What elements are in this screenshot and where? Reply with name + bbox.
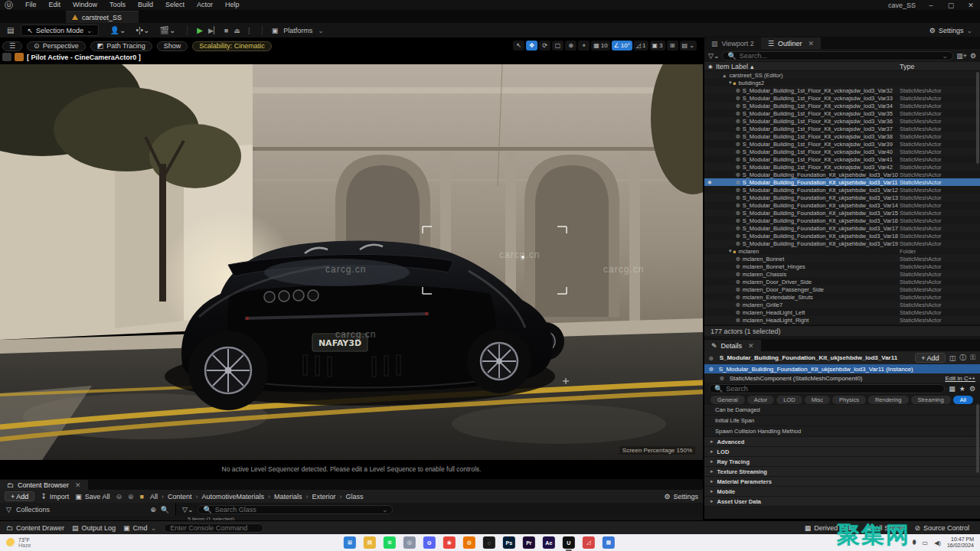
outliner-scrollbar[interactable] <box>976 72 979 164</box>
eject-button[interactable]: ⏏ <box>234 27 240 34</box>
browse-icon[interactable]: ◫ <box>949 354 956 362</box>
scalability-warning-pill[interactable]: Scalability: Cinematic <box>192 41 272 51</box>
category-mobile[interactable]: ▸Mobile <box>704 487 980 497</box>
close-tab-icon[interactable]: ✕ <box>808 40 814 47</box>
menu-item-file[interactable]: File <box>19 0 43 10</box>
frame-skip-button[interactable]: ▶▏ <box>208 27 219 34</box>
visibility-eye-icon[interactable]: ◉ <box>708 64 716 70</box>
breadcrumb-glass[interactable]: Glass <box>346 493 364 500</box>
breadcrumb-automotivematerials[interactable]: AutomotiveMaterials <box>201 493 264 500</box>
outliner-row[interactable]: ◍S_Modular_Building_1st_Floor_Kit_vcknaj… <box>704 94 980 102</box>
details-tab-actor[interactable]: Actor <box>747 396 775 404</box>
category-lod[interactable]: ▸LOD <box>704 447 980 457</box>
breadcrumb-exterior[interactable]: Exterior <box>312 493 336 500</box>
outliner-row[interactable]: ◍S_Modular_Building_Foundation_Kit_ukjse… <box>704 224 980 232</box>
outliner-row[interactable]: ◍S_Modular_Building_Foundation_Kit_ukjse… <box>704 217 980 224</box>
edit-in-cpp-link[interactable]: Edit in C++ <box>945 375 975 382</box>
after-effects-icon[interactable]: Ae <box>543 536 555 549</box>
details-component-row[interactable]: ◍ StaticMeshComponent (StaticMeshCompone… <box>704 373 980 383</box>
outliner-row[interactable]: ◍mclaren_Grille7StaticMeshActor <box>704 301 980 308</box>
outliner-row[interactable]: ◍S_Modular_Building_1st_Floor_Kit_vcknaj… <box>704 140 980 148</box>
category-advanced[interactable]: ▸Advanced <box>704 437 980 447</box>
close-button[interactable]: ✕ <box>966 2 975 9</box>
mic-icon[interactable]: ⬮ <box>913 539 916 546</box>
outliner-row[interactable]: ▾■mclarenFolder <box>704 247 980 255</box>
display-icon[interactable]: ▭ <box>923 540 929 546</box>
cinematics-icon[interactable]: 🎬⌄ <box>157 26 178 34</box>
outliner-row[interactable]: ◉◍S_Modular_Building_Foundation_Kit_ukjs… <box>704 178 980 186</box>
rotation-snap-toggle[interactable]: ∠10° <box>612 41 632 51</box>
outliner-row[interactable]: ◍S_Modular_Building_1st_Floor_Kit_vcknaj… <box>704 155 980 163</box>
view-mode-dropdown[interactable]: ◩Path Tracing <box>90 41 152 51</box>
add-component-button[interactable]: + Add <box>915 353 945 363</box>
category-asset-user-data[interactable]: ▸Asset User Data <box>704 497 980 507</box>
discord-icon[interactable]: ʘ <box>423 536 436 549</box>
details-tab-physics[interactable]: Physics <box>832 396 866 404</box>
nav-back-icon[interactable]: ⊖ <box>116 493 122 500</box>
spotify-icon[interactable]: ≋ <box>384 536 396 549</box>
scale-tool[interactable]: ▢ <box>552 41 564 51</box>
outliner-row[interactable]: ◍S_Modular_Building_Foundation_Kit_ukjse… <box>704 171 980 178</box>
outliner-row[interactable]: ◍S_Modular_Building_Foundation_Kit_ukjse… <box>704 201 980 209</box>
details-tab-misc[interactable]: Misc <box>805 396 830 404</box>
unreal-logo-icon[interactable]: U <box>5 1 13 9</box>
pilot-camera-icon[interactable] <box>15 53 24 61</box>
breadcrumb-content[interactable]: Content <box>168 493 192 500</box>
media-app-icon[interactable]: ◿ <box>583 536 595 549</box>
visibility-eye-icon[interactable]: ◉ <box>707 179 715 185</box>
outliner-row[interactable]: ◍S_Modular_Building_Foundation_Kit_ukjse… <box>704 194 980 201</box>
close-tab-icon[interactable]: ✕ <box>75 481 81 489</box>
platforms-dropdown[interactable]: ▣ Platforms ⌄ <box>267 27 328 34</box>
add-actor-icon[interactable]: 👤⌄ <box>108 26 129 34</box>
menu-item-tools[interactable]: Tools <box>103 0 132 10</box>
outliner-row[interactable]: ◍mclaren_BonnetStaticMeshActor <box>704 255 980 262</box>
viewport-options-menu[interactable]: ☰ <box>2 41 22 51</box>
details-tab-all[interactable]: All <box>953 396 973 404</box>
level-viewport[interactable]: ☰ ⊙Perspective ◩Path Tracing Show Scalab… <box>0 38 703 478</box>
weather-widget[interactable]: 73°F Haze <box>0 537 31 548</box>
details-search-input[interactable]: 🔍 Search <box>709 384 945 393</box>
details-settings-gear-icon[interactable]: ⚙ <box>969 385 975 393</box>
maximize-button[interactable]: ▢ <box>946 2 956 9</box>
outliner-row[interactable]: ◍S_Modular_Building_1st_Floor_Kit_vcknaj… <box>704 148 980 155</box>
outliner-row[interactable]: ◍S_Modular_Building_1st_Floor_Kit_vcknaj… <box>704 109 980 117</box>
outliner-row[interactable]: ◍S_Modular_Building_Foundation_Kit_ukjse… <box>704 209 980 217</box>
outliner-row[interactable]: ◍S_Modular_Building_Foundation_Kit_ukjse… <box>704 186 980 194</box>
menu-item-edit[interactable]: Edit <box>43 0 67 10</box>
minimize-button[interactable]: – <box>926 2 936 9</box>
outliner-row[interactable]: ▾■buildings2 <box>704 79 980 86</box>
console-command-input[interactable]: Enter Console Command <box>164 523 263 533</box>
start-button[interactable]: ⊞ <box>344 536 356 549</box>
scale-snap-toggle[interactable]: ◿1 <box>634 41 648 51</box>
search-icon[interactable]: 🔍 <box>161 506 169 514</box>
filter-funnel-icon[interactable]: ▽⌄ <box>708 52 719 60</box>
show-dropdown[interactable]: Show <box>157 41 188 51</box>
cmd-dropdown[interactable]: ▣Cmd⌄ <box>123 524 156 532</box>
breadcrumb-all[interactable]: All <box>150 493 158 500</box>
settings-dropdown[interactable]: ⚙ Settings ⌄ <box>929 27 975 34</box>
menu-item-select[interactable]: Select <box>159 0 191 10</box>
blueprints-icon[interactable]: •¦•⌄ <box>133 26 152 34</box>
content-drawer-button[interactable]: 🗀Content Drawer <box>6 524 64 532</box>
cb-settings-dropdown[interactable]: ⚙Settings <box>664 493 698 500</box>
save-level-icon[interactable]: ▤ <box>5 26 16 34</box>
selection-mode-dropdown[interactable]: ↖ Selection Mode ⌄ <box>21 24 98 36</box>
outliner-column-header[interactable]: ◉ Item Label ▴ Type <box>704 62 980 71</box>
outliner-row[interactable]: ◍mclaren_ChassisStaticMeshActor <box>704 270 980 278</box>
outliner-search-input[interactable]: 🔍 Search... ⌄ <box>722 51 953 60</box>
menu-item-help[interactable]: Help <box>219 0 246 10</box>
new-folder-icon[interactable]: ▥+ <box>956 52 967 60</box>
viewport-render[interactable]: NAFAY3D <box>0 64 703 460</box>
details-tab-general[interactable]: General <box>710 396 745 404</box>
menu-item-actor[interactable]: Actor <box>191 0 219 10</box>
taskbar-clock[interactable]: 10:47 PM 16/02/2024 <box>947 536 974 549</box>
outliner-row[interactable]: ◍mclaren_Hub_Front_LeftStaticMeshActor <box>704 324 980 325</box>
breadcrumb-materials[interactable]: Materials <box>274 493 302 500</box>
surface-snap-toggle[interactable]: ⌖ <box>578 41 590 51</box>
world-coordinate-toggle[interactable]: ⊕ <box>565 41 577 51</box>
details-tab-lod[interactable]: LOD <box>776 396 802 404</box>
photoshop-icon[interactable]: Ps <box>503 536 515 549</box>
cb-save-all-button[interactable]: ▣Save All <box>75 493 109 500</box>
cb-import-button[interactable]: ↧Import <box>41 493 69 500</box>
category-material-parameters[interactable]: ▸Material Parameters <box>704 477 980 487</box>
